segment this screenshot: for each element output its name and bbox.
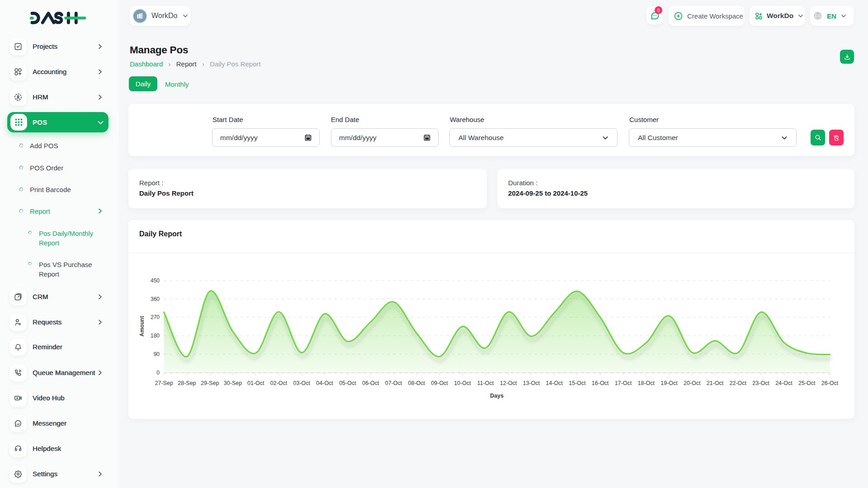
svg-text:26-Oct: 26-Oct [821,380,839,386]
svg-text:23-Oct: 23-Oct [752,380,769,386]
svg-text:27-Sep: 27-Sep [155,380,173,386]
svg-text:17-Oct: 17-Oct [615,380,632,386]
svg-text:450: 450 [151,277,160,284]
svg-text:19-Oct: 19-Oct [660,380,678,386]
svg-text:04-Oct: 04-Oct [316,380,333,386]
svg-text:09-Oct: 09-Oct [431,380,448,386]
svg-text:180: 180 [151,333,160,339]
svg-text:08-Oct: 08-Oct [408,380,425,386]
svg-text:02-Oct: 02-Oct [270,380,288,386]
svg-text:Days: Days [490,393,504,399]
svg-text:24-Oct: 24-Oct [775,380,793,386]
svg-text:270: 270 [151,314,160,320]
svg-text:06-Oct: 06-Oct [362,380,379,386]
svg-text:0: 0 [156,370,160,376]
svg-text:12-Oct: 12-Oct [500,380,517,386]
svg-text:11-Oct: 11-Oct [477,380,494,386]
svg-text:30-Sep: 30-Sep [224,380,242,386]
svg-text:360: 360 [151,296,160,302]
svg-text:15-Oct: 15-Oct [569,380,586,386]
svg-text:10-Oct: 10-Oct [454,380,471,386]
svg-text:21-Oct: 21-Oct [707,380,724,386]
svg-text:13-Oct: 13-Oct [523,380,540,386]
svg-text:Amount: Amount [139,316,145,336]
svg-text:07-Oct: 07-Oct [385,380,402,386]
svg-text:22-Oct: 22-Oct [730,380,747,386]
svg-text:20-Oct: 20-Oct [684,380,701,386]
svg-text:01-Oct: 01-Oct [247,380,264,386]
svg-text:05-Oct: 05-Oct [339,380,356,386]
svg-text:16-Oct: 16-Oct [592,380,609,386]
svg-text:18-Oct: 18-Oct [637,380,655,386]
svg-text:28-Sep: 28-Sep [178,380,196,386]
svg-text:90: 90 [154,351,160,357]
svg-text:29-Sep: 29-Sep [201,380,219,386]
svg-text:14-Oct: 14-Oct [546,380,563,386]
svg-text:25-Oct: 25-Oct [798,380,816,386]
svg-text:03-Oct: 03-Oct [293,380,311,386]
